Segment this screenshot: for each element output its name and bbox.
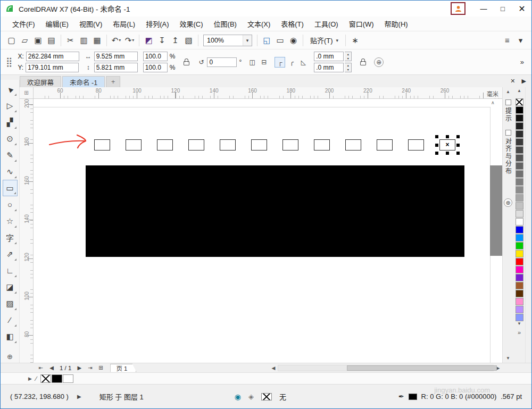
palette-swatch[interactable] [516, 234, 523, 241]
close-button[interactable]: ✕ [512, 1, 531, 16]
x-position-field[interactable] [26, 52, 79, 61]
menu-item-6[interactable]: 效果(C) [174, 16, 209, 31]
menu-item-11[interactable]: 窗口(W) [344, 16, 379, 31]
chevron-down-icon[interactable]: ▾ [119, 38, 121, 43]
menu-item-4[interactable]: 布局(L) [107, 16, 140, 31]
scalloped-corner-button[interactable]: ╭ [286, 57, 297, 68]
menu-item-3[interactable]: 视图(V) [74, 16, 107, 31]
straight-line-connector-tool[interactable]: ∟ [3, 262, 18, 279]
options-button[interactable]: ∗ [348, 34, 362, 47]
spin-up-icon[interactable]: ▴ [345, 63, 351, 68]
redo-button[interactable]: ↷▾ [123, 34, 136, 47]
scroll-left-button[interactable]: ◀ [269, 365, 278, 371]
round-corner-button[interactable]: ┌ [275, 57, 285, 68]
selection-handle[interactable] [446, 135, 449, 138]
palette-swatch[interactable] [516, 154, 523, 162]
publish-pdf-button[interactable]: ▧ [182, 34, 195, 47]
mirror-horizontal-button[interactable]: ◫ [247, 57, 257, 68]
doc-palette-swatch[interactable] [52, 374, 62, 383]
parallel-dimension-tool[interactable]: ⇗ [3, 246, 18, 262]
corel-connect-button[interactable]: ◩ [142, 34, 155, 47]
palette-expand-button[interactable]: » [518, 329, 521, 336]
menu-item-5[interactable]: 排列(A) [140, 16, 174, 31]
palette-swatch-none[interactable] [516, 98, 523, 106]
last-page-button[interactable]: ⇥ [85, 365, 95, 371]
collapse-canvas-button[interactable]: ∧ [491, 100, 495, 105]
menu-item-1[interactable]: 文件(F) [7, 16, 40, 31]
copy-button[interactable]: ▥ [77, 34, 90, 47]
palette-swatch[interactable] [516, 274, 523, 281]
vertical-ruler[interactable]: 2001801601401201008060 [20, 99, 34, 363]
palette-scroll-up-button[interactable]: ▲ [517, 88, 521, 95]
small-rectangle-object[interactable] [94, 139, 110, 151]
menu-item-7[interactable]: 位图(B) [209, 16, 242, 31]
text-tool[interactable]: 字 [3, 229, 18, 246]
horizontal-scrollbar[interactable]: ◀ ▶ [269, 364, 502, 371]
page-tab[interactable]: 页 1 [110, 364, 136, 372]
zoom-tool[interactable]: ⊙ [3, 130, 18, 147]
selection-handle[interactable] [435, 144, 438, 147]
document-tab-1[interactable]: 欢迎屏幕 [20, 76, 61, 87]
palette-swatch[interactable] [516, 266, 523, 273]
horizontal-ruler[interactable]: 6080100120140160180200220240260 毫米 [34, 87, 502, 99]
palette-swatch[interactable] [516, 258, 523, 265]
small-rectangle-object[interactable] [251, 139, 267, 151]
fullscreen-preview-button[interactable]: ◱ [260, 34, 273, 47]
palette-swatch[interactable] [516, 138, 523, 146]
color-eyedropper-tool[interactable]: ∕ [3, 312, 18, 328]
color-settings-icon[interactable]: ◈ [248, 393, 254, 400]
selection-handle[interactable] [435, 135, 438, 138]
selection-handle[interactable] [446, 152, 449, 155]
scrollbar-track[interactable] [278, 365, 494, 371]
palette-swatch[interactable] [516, 170, 523, 178]
print-button[interactable]: ▤ [45, 34, 58, 47]
palette-swatch[interactable] [516, 298, 523, 305]
rotation-angle-field[interactable] [207, 57, 237, 67]
snap-dropdown[interactable]: 贴齐(T)▾ [306, 35, 343, 45]
rectangle-tool[interactable]: ▭ [3, 180, 18, 196]
propbar-overflow-button[interactable]: » [520, 58, 526, 66]
scroll-down-icon[interactable]: ▼ [506, 356, 510, 361]
zoom-level-select[interactable]: 100%▾ [203, 35, 252, 46]
spin-down-icon[interactable]: ▾ [345, 56, 351, 61]
small-rectangle-object[interactable] [314, 139, 330, 151]
menu-item-9[interactable]: 表格(T) [276, 16, 309, 31]
docker-tab-1[interactable]: 提示 [504, 99, 513, 122]
palette-swatch[interactable] [516, 114, 523, 122]
scale-horizontal-field[interactable] [143, 52, 168, 61]
drop-shadow-tool[interactable]: ◪ [3, 279, 18, 295]
next-page-button[interactable]: ▶ [74, 365, 85, 371]
maximize-button[interactable]: □ [493, 1, 512, 16]
application-launcher-button[interactable]: ≡ [501, 34, 514, 47]
corner-radius-top-field[interactable] [314, 52, 344, 61]
cut-button[interactable]: ✂ [64, 34, 77, 47]
small-rectangle-object[interactable] [188, 139, 204, 151]
coords-flyout-button[interactable]: ▶ [77, 394, 81, 399]
palette-swatch[interactable] [516, 290, 523, 297]
selection-handle[interactable] [456, 135, 460, 138]
palette-swatch[interactable] [516, 122, 523, 130]
palette-swatch[interactable] [516, 226, 523, 233]
show-page-border-button[interactable]: ▭ [273, 34, 287, 47]
account-button[interactable] [451, 2, 466, 15]
docker-close-button[interactable]: ✕ [510, 78, 515, 85]
small-rectangle-object[interactable] [377, 139, 393, 151]
first-page-button[interactable]: ⇤ [36, 365, 46, 371]
palette-scroll-down-button[interactable]: ▼ [517, 321, 521, 328]
palette-swatch[interactable] [516, 242, 523, 249]
palette-swatch[interactable] [516, 282, 523, 289]
object-height-field[interactable] [94, 63, 138, 72]
menu-item-12[interactable]: 帮助(H) [379, 16, 413, 31]
pick-tool[interactable]: ▲ [3, 81, 18, 97]
docker-tab-2[interactable]: 对齐与分布 [504, 130, 513, 175]
black-rectangle-object[interactable] [86, 165, 464, 257]
chevron-down-icon[interactable]: ▾ [243, 35, 252, 46]
spin-up-icon[interactable]: ▴ [345, 52, 351, 56]
minimize-button[interactable]: — [474, 1, 493, 16]
previous-page-button[interactable]: ◀ [46, 365, 57, 371]
selection-handle[interactable] [456, 144, 460, 147]
small-rectangle-object[interactable] [408, 139, 424, 151]
mirror-vertical-button[interactable]: ⊟ [259, 57, 269, 68]
palette-swatch[interactable] [516, 210, 523, 218]
export-button[interactable]: ↥ [169, 34, 182, 47]
